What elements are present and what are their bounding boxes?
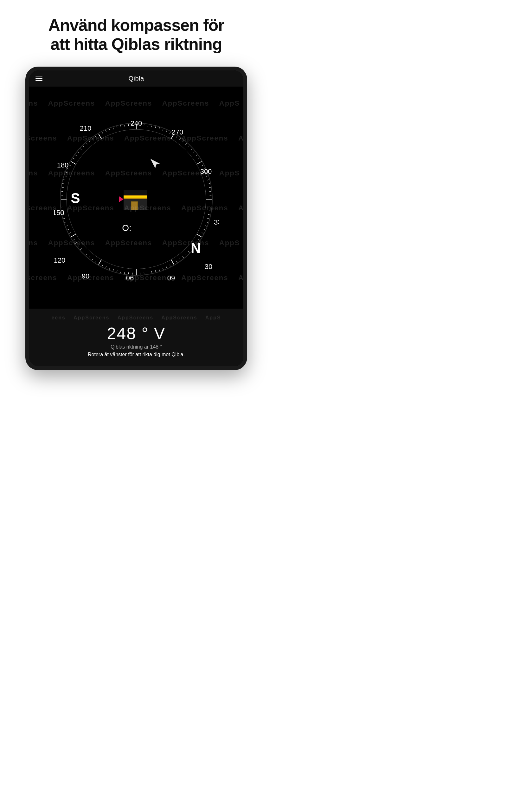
svg-line-17 [188,146,189,147]
svg-line-35 [209,211,211,211]
watermark-1: eens AppScreens AppScreens AppScreens Ap… [29,99,240,107]
svg-line-27 [207,180,209,180]
svg-line-79 [78,246,79,247]
svg-line-94 [61,191,63,192]
svg-line-119 [124,125,125,126]
degree-120: 120 [54,256,65,264]
compass-area: eens AppScreens AppScreens AppScreens Ap… [29,87,243,309]
svg-line-58 [152,271,152,273]
svg-line-22 [197,161,202,164]
svg-rect-126 [124,196,147,198]
svg-line-76 [86,254,87,255]
menu-button[interactable] [36,76,43,81]
app-title: Qibla [128,75,144,82]
svg-line-78 [80,248,81,250]
svg-line-30 [210,191,211,192]
degree-300: 300 [200,167,212,175]
degree-150: 150 [54,209,64,217]
degree-90: 90 [82,272,89,280]
svg-rect-129 [124,190,147,195]
svg-line-23 [202,165,204,166]
svg-line-51 [176,261,177,262]
svg-line-20 [196,155,198,156]
svg-line-8 [159,127,160,129]
svg-line-41 [202,233,204,234]
svg-line-103 [73,158,74,159]
svg-line-98 [65,176,66,176]
svg-line-101 [69,165,71,166]
svg-line-9 [163,129,163,131]
svg-line-71 [102,264,103,266]
svg-line-120 [128,124,129,126]
device-frame: Qibla eens AppScreens AppScreens AppScre… [25,67,247,370]
svg-line-15 [182,141,184,142]
svg-line-66 [121,271,121,273]
kaaba-icon [119,182,154,217]
svg-line-48 [185,254,187,255]
svg-line-73 [95,261,96,262]
svg-line-70 [106,266,106,268]
qibla-arrow-group [148,156,160,168]
svg-line-6 [152,125,152,127]
degree-09: 09 [167,274,175,282]
compass-dial: 240 270 300 330 30 09 06 90 120 150 180 … [54,117,219,282]
svg-line-38 [206,222,208,222]
svg-line-69 [109,268,110,270]
app-header: Qibla [29,70,243,87]
svg-rect-128 [131,202,137,210]
svg-line-99 [66,172,68,172]
watermark-bottom: eens AppScreens AppScreens AppScreens Ap… [51,315,221,320]
cardinal-N-label: N [191,241,201,256]
svg-line-60 [144,272,144,274]
degree-330: 330 [214,218,219,226]
svg-line-107 [83,146,84,147]
svg-line-81 [73,239,74,240]
svg-line-18 [191,148,192,150]
svg-line-104 [75,155,77,156]
svg-line-117 [117,126,117,128]
svg-line-114 [106,130,106,132]
svg-line-115 [109,129,110,131]
svg-line-49 [182,256,184,258]
svg-line-118 [121,125,121,127]
compass-degree-value: 248 ° V [36,324,237,343]
cardinal-S-label: S [71,190,80,206]
degree-210: 210 [80,124,92,132]
svg-line-83 [69,233,71,234]
degree-180: 180 [57,161,69,169]
svg-line-52 [171,259,174,264]
svg-line-109 [89,141,90,142]
svg-line-113 [102,132,103,134]
svg-line-96 [62,183,64,184]
svg-line-47 [188,251,189,252]
svg-line-97 [63,180,65,180]
svg-line-86 [65,222,66,222]
svg-line-90 [61,207,63,207]
svg-line-105 [78,152,79,153]
svg-line-106 [80,148,81,150]
degree-06: 06 [126,274,134,282]
svg-line-59 [148,272,148,274]
svg-line-26 [206,176,208,176]
svg-line-111 [95,136,96,137]
svg-line-110 [92,138,93,140]
svg-line-72 [99,259,101,264]
svg-line-75 [89,256,90,258]
svg-line-116 [113,127,113,129]
svg-line-102 [71,161,76,164]
svg-line-108 [86,143,87,144]
svg-line-57 [155,270,156,272]
svg-line-64 [128,272,129,274]
svg-line-34 [210,207,211,207]
svg-line-77 [83,251,84,252]
svg-line-55 [163,268,163,270]
svg-line-28 [208,183,210,184]
svg-line-50 [179,258,181,260]
svg-line-36 [208,214,210,215]
headline-line2: att hitta Qiblas riktning [50,35,222,53]
svg-line-11 [170,132,170,134]
svg-line-84 [67,229,69,230]
svg-line-39 [205,225,207,226]
svg-line-21 [198,158,200,159]
svg-line-95 [62,187,64,188]
